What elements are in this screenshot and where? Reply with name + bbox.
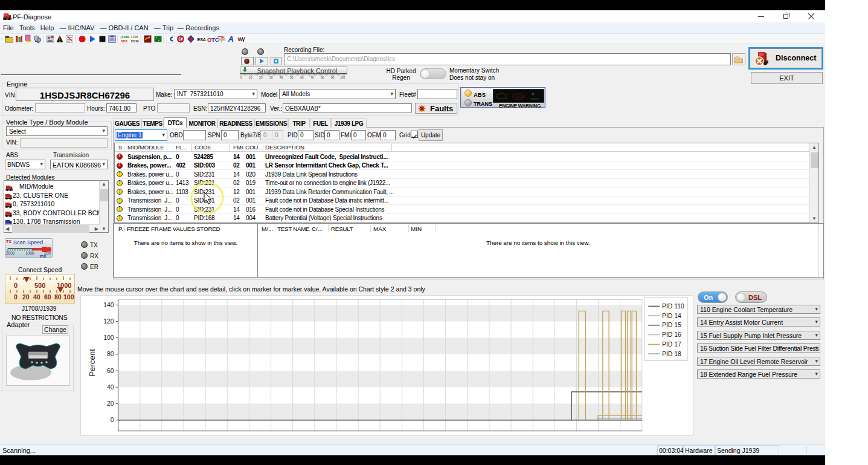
svg-text:PID 18: PID 18: [662, 351, 681, 357]
svg-text:❖: ❖: [531, 92, 535, 96]
svg-text:0: 0: [14, 293, 18, 301]
svg-text:ms: ms: [40, 254, 46, 258]
svg-text:(1939: (1939: [121, 35, 129, 39]
svg-text:70: 70: [310, 76, 314, 79]
svg-text:ESA: ESA: [198, 37, 206, 42]
svg-text:40: 40: [33, 293, 40, 301]
svg-text:1000: 1000: [25, 251, 34, 255]
svg-text:40: 40: [107, 384, 114, 391]
svg-text:100: 100: [103, 334, 114, 341]
svg-text:PID 15: PID 15: [662, 322, 681, 328]
svg-text:120: 120: [103, 318, 114, 325]
svg-text:SD3: SD3: [121, 39, 127, 43]
svg-text:DCM: DCM: [131, 39, 139, 43]
svg-text:CHASSIS: CHASSIS: [530, 98, 539, 100]
svg-text:A: A: [228, 34, 234, 44]
svg-text:20: 20: [107, 400, 114, 407]
svg-text:1708: 1708: [131, 35, 138, 39]
svg-text:50: 50: [290, 76, 294, 79]
svg-text:100: 100: [340, 76, 346, 79]
svg-text:0: 0: [14, 282, 18, 289]
svg-text:100: 100: [63, 293, 74, 301]
svg-text:500: 500: [34, 282, 45, 289]
svg-text:0: 0: [111, 417, 114, 423]
svg-text:PID 16: PID 16: [662, 331, 681, 338]
svg-text:80: 80: [107, 351, 114, 357]
svg-text:PID 14: PID 14: [662, 313, 681, 319]
svg-text:90: 90: [331, 76, 335, 79]
svg-text:80: 80: [321, 76, 324, 79]
svg-text:80: 80: [54, 293, 62, 301]
svg-text:30: 30: [269, 76, 273, 79]
svg-text:STOP: STOP: [516, 96, 523, 99]
svg-text:2000: 2000: [6, 251, 15, 255]
svg-text:Percent: Percent: [88, 349, 97, 377]
svg-text:40: 40: [280, 76, 283, 79]
svg-text:20: 20: [259, 76, 263, 79]
svg-text:20: 20: [22, 293, 30, 301]
svg-text:PID 17: PID 17: [662, 341, 681, 348]
svg-text:60: 60: [44, 293, 51, 301]
svg-text:PID 110: PID 110: [662, 303, 684, 310]
svg-text:60: 60: [107, 368, 114, 374]
svg-text:10: 10: [249, 76, 252, 79]
svg-text:TTK: TTK: [218, 36, 225, 39]
svg-text:60: 60: [300, 76, 304, 79]
svg-text:140: 140: [103, 302, 114, 308]
svg-text:0: 0: [240, 76, 242, 79]
